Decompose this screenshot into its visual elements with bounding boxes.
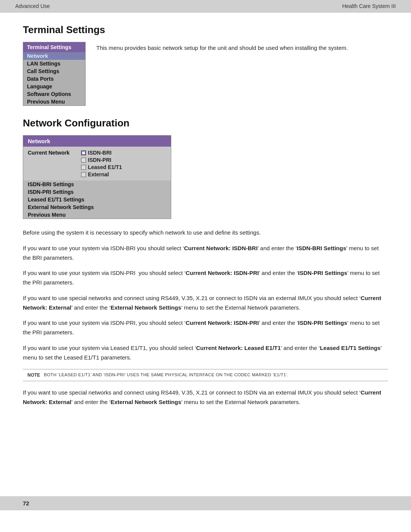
para-7: If you want to use special networks and … — [23, 388, 388, 407]
radio-external[interactable]: External — [81, 171, 122, 177]
network-config-title: Network Configuration — [23, 117, 388, 129]
note-text: Both ‘Leased E1/T1’ and ‘ISDN-PRI’ uses … — [44, 372, 288, 377]
radio-isdn-bri[interactable]: ISDN-BRI — [81, 150, 122, 156]
menu-item-language[interactable]: Language — [23, 83, 85, 90]
page-number: 72 — [23, 500, 29, 506]
note-label: Note — [27, 372, 40, 378]
radio-box-leased — [81, 165, 86, 170]
radio-box-external — [81, 172, 86, 177]
terminal-settings-menu: Terminal Settings Network LAN Settings C… — [23, 42, 86, 106]
note-box: Note Both ‘Leased E1/T1’ and ‘ISDN-PRI’ … — [23, 369, 388, 381]
radio-group: ISDN-BRI ISDN-PRI Leased E1/T1 External — [81, 150, 122, 177]
para-6: If you want to use your system via Lease… — [23, 343, 388, 363]
terminal-settings-title: Terminal Settings — [23, 24, 388, 36]
radio-box-isdn-bri — [81, 150, 86, 155]
network-item-isdn-pri-settings[interactable]: ISDN-PRI Settings — [23, 188, 171, 196]
network-menu-header: Network — [23, 136, 171, 147]
current-network-label: Current Network — [28, 150, 81, 156]
menu-item-call[interactable]: Call Settings — [23, 67, 85, 75]
terminal-settings-row: Terminal Settings Network LAN Settings C… — [23, 42, 388, 106]
footer-bar: 72 — [0, 496, 411, 510]
header-right: Health Care System III — [342, 3, 396, 9]
network-item-isdn-bri-settings[interactable]: ISDN-BRI Settings — [23, 181, 171, 188]
menu-item-lan[interactable]: LAN Settings — [23, 60, 85, 67]
menu-item-prev[interactable]: Previous Menu — [23, 98, 85, 105]
terminal-settings-description: This menu provides basic network setup f… — [96, 42, 388, 53]
para-1: Before using the system it is necessary … — [23, 228, 388, 238]
radio-leased[interactable]: Leased E1/T1 — [81, 164, 122, 170]
header-bar: Advanced Use Health Care System III — [0, 0, 411, 13]
terminal-settings-menu-header: Terminal Settings — [23, 42, 85, 52]
para-3: If you want to use your system via ISDN-… — [23, 268, 388, 288]
network-item-previous[interactable]: Previous Menu — [23, 211, 171, 219]
para-4: If you want to use special networks and … — [23, 294, 388, 313]
radio-box-isdn-pri — [81, 158, 86, 163]
menu-item-network[interactable]: Network — [23, 52, 85, 60]
header-left: Advanced Use — [15, 3, 50, 9]
radio-isdn-pri[interactable]: ISDN-PRI — [81, 157, 122, 163]
menu-item-dataports[interactable]: Data Ports — [23, 75, 85, 83]
current-network-row: Current Network ISDN-BRI ISDN-PRI Leased… — [23, 147, 171, 181]
network-item-leased-settings[interactable]: Leased E1/T1 Settings — [23, 196, 171, 203]
para-2: If you want to use your system via ISDN-… — [23, 244, 388, 263]
network-config-menu: Network Current Network ISDN-BRI ISDN-PR… — [23, 135, 171, 219]
network-item-external-settings[interactable]: External Network Settings — [23, 203, 171, 211]
para-5: If you want to use your system via ISDN-… — [23, 318, 388, 337]
menu-item-software[interactable]: Software Options — [23, 90, 85, 98]
